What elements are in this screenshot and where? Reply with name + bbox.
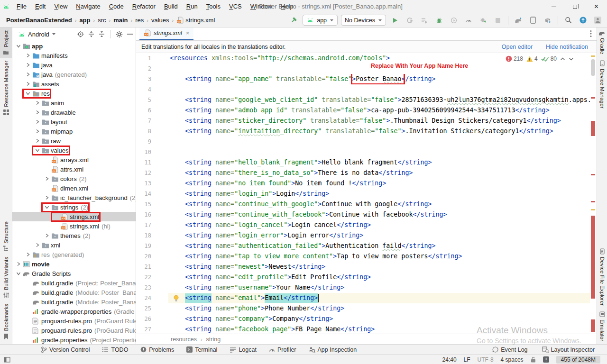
breadcrumb-strings.xml[interactable]: <>strings.xml — [175, 16, 216, 24]
code-line[interactable]: 5 <string name="google_web_client_id" tr… — [136, 95, 590, 105]
code-line-text[interactable]: <string name="google_web_client_id" tran… — [168, 95, 590, 105]
code-line[interactable]: 21 <string name="newest">Newest</string> — [136, 262, 590, 272]
code-line-text[interactable]: <string name="newest">Newest</string> — [168, 262, 590, 272]
tool-window-button-layout-inspector[interactable]: Layout Inspector — [542, 346, 595, 353]
breadcrumb-main[interactable]: main — [112, 16, 129, 24]
code-line-text[interactable] — [168, 136, 590, 147]
error-stripe-mark[interactable] — [591, 201, 595, 202]
tree-item-build-gradle[interactable]: build.gradle(Module: Poster_Banao.ap — [12, 288, 136, 297]
breadcrumb-res[interactable]: res — [134, 16, 145, 24]
intention-bulb-icon[interactable] — [173, 295, 179, 301]
code-line[interactable]: 9 — [136, 136, 590, 147]
code-line[interactable]: 19 <string name="authentication_failed">… — [136, 241, 590, 251]
tool-window-button-profiler[interactable]: Profiler — [269, 346, 296, 353]
tree-item-assets[interactable]: assets — [12, 79, 136, 89]
line-ending-indicator[interactable]: LF — [464, 356, 470, 363]
settings-button[interactable] — [116, 31, 123, 38]
tree-item-app[interactable]: app — [12, 41, 136, 51]
menu-refactor[interactable]: Refactor — [128, 0, 160, 13]
error-stripe-mark[interactable] — [591, 55, 595, 57]
inspections-widget[interactable]: 218 4 80 — [506, 55, 574, 62]
code-line[interactable]: 7 <string name="sticker_directory" trans… — [136, 116, 590, 126]
menu-view[interactable]: View — [50, 0, 72, 13]
code-line[interactable]: 8 <string name="invitaition_directory" t… — [136, 126, 590, 136]
error-stripe-mark[interactable] — [591, 209, 595, 210]
code-line[interactable]: 10 — [136, 147, 590, 157]
code-line-text[interactable] — [168, 147, 590, 157]
gradle-sync-button[interactable] — [513, 15, 524, 26]
error-stripe-mark[interactable] — [591, 216, 595, 299]
tree-item-drawable[interactable]: drawable — [12, 108, 136, 117]
tool-window-switcher-icon[interactable] — [4, 357, 10, 363]
tree-item-strings[interactable]: strings(2) — [12, 202, 136, 212]
tree-item-arrays-xml[interactable]: <>arrays.xml — [12, 155, 136, 164]
code-line[interactable]: 6 <string name="admob_app_id" translatab… — [136, 105, 590, 116]
tree-item-build-gradle[interactable]: build.gradle(Project: Poster_Banao) — [12, 278, 136, 288]
code-line-text[interactable]: <string name="edit_profile">Edit Profile… — [168, 272, 590, 282]
tree-item-colors[interactable]: colors(2) — [12, 174, 136, 183]
tool-window-button-todo[interactable]: TODO — [102, 346, 128, 353]
error-stripe-mark[interactable] — [591, 319, 595, 332]
device-select[interactable]: No Devices — [341, 15, 386, 26]
code-line-text[interactable]: <string name="there_is_no_data_so">There… — [168, 168, 590, 178]
error-stripe-mark[interactable] — [591, 174, 595, 175]
code-line-text[interactable]: <string name="app_name" translatable="fa… — [168, 74, 590, 84]
code-line-text[interactable] — [168, 84, 590, 95]
tree-item-gradle-wrapper-properties[interactable]: gradle-wrapper.properties(Gradle Versi — [12, 307, 136, 316]
tree-item-attrs-xml[interactable]: <>attrs.xml — [12, 164, 136, 174]
tool-stripe-tab-project[interactable]: Project — [0, 27, 12, 58]
minimize-button[interactable] — [543, 0, 564, 13]
code-line[interactable]: 25 <string name="phone">Phone Number</st… — [136, 303, 590, 314]
select-opened-file-button[interactable] — [77, 31, 84, 37]
close-button[interactable]: × — [586, 0, 607, 13]
code-line[interactable]: 23 <string name="username">Your Name</st… — [136, 282, 590, 293]
readonly-lock-icon[interactable] — [531, 356, 536, 363]
code-line-text[interactable]: <string name="tap_to_view_more_content">… — [168, 251, 590, 262]
open-editor-link[interactable]: Open editor — [502, 44, 533, 50]
next-problem-icon[interactable] — [569, 57, 574, 61]
tree-item-strings-xml[interactable]: <>strings.xml — [12, 212, 136, 221]
menu-code[interactable]: Code — [105, 0, 128, 13]
profile-button[interactable] — [463, 15, 474, 26]
tree-item-proguard-rules-pro[interactable]: proguard-rules.pro(ProGuard Rules for — [12, 326, 136, 335]
editor-options-kebab-icon[interactable] — [590, 30, 592, 37]
menu-tools[interactable]: Tools — [202, 0, 225, 13]
notifications-icon[interactable] — [543, 356, 549, 363]
encoding-indicator[interactable]: UTF-8 — [478, 356, 494, 363]
code-line[interactable]: 14 <string name="login_in">Login</string… — [136, 189, 590, 199]
code-line-text[interactable]: <string name="username">Your Name</strin… — [168, 282, 590, 293]
menu-file[interactable]: File — [12, 0, 31, 13]
code-line-text[interactable]: <string name="email">Email</string> — [168, 293, 590, 303]
stop-button[interactable] — [492, 15, 504, 26]
tab-close-icon[interactable]: × — [185, 29, 190, 36]
sdk-manager-button[interactable] — [542, 15, 553, 26]
code-line-text[interactable]: <string name="company">Company</string> — [168, 314, 590, 324]
tree-item-anim[interactable]: anim — [12, 98, 136, 108]
code-line-text[interactable]: <string name="authentication_failed">Aut… — [168, 241, 590, 251]
tree-item-ic-launcher-background[interactable]: ic_launcher_background(2) — [12, 193, 136, 202]
tree-item-gradle-properties[interactable]: gradle.properties(Project Properties) — [12, 335, 136, 344]
tree-item-layout[interactable]: layout — [12, 117, 136, 127]
caret-position[interactable]: 24:40 — [442, 356, 457, 363]
code-line-text[interactable]: <string name="admob_app_id" translatable… — [168, 105, 590, 116]
tool-window-button-event-log[interactable]: Event Log — [492, 346, 527, 353]
attach-debugger-button[interactable] — [478, 15, 489, 26]
tool-window-button-version-control[interactable]: Version Control — [41, 346, 90, 353]
tree-item-proguard-rules-pro[interactable]: proguard-rules.pro(ProGuard Rules for — [12, 316, 136, 326]
collapse-all-button[interactable] — [99, 31, 105, 37]
code-line-text[interactable]: <string name="login_in">Login</string> — [168, 189, 590, 199]
hide-notification-link[interactable]: Hide notification — [546, 44, 588, 50]
code-line[interactable]: 15 <string name="continue_with_google">C… — [136, 199, 590, 209]
tree-item-mipmap[interactable]: mipmap — [12, 127, 136, 136]
breadcrumb-posterbanaoextended[interactable]: PosterBanaoExtended — [5, 16, 74, 24]
menu-vcs[interactable]: VCS — [225, 0, 246, 13]
breadcrumb-app[interactable]: app — [78, 16, 92, 24]
tool-window-button-terminal[interactable]: Terminal — [186, 346, 217, 353]
indent-indicator[interactable]: 4 spaces — [501, 356, 524, 363]
menu-build[interactable]: Build — [160, 0, 182, 13]
tool-stripe-tab-bookmarks[interactable]: Bookmarks — [0, 301, 12, 342]
tree-item-strings-xml[interactable]: <>strings.xml(hi) — [12, 221, 136, 231]
code-line[interactable]: 17 <string name="login_cancel">Login can… — [136, 220, 590, 230]
code-line-text[interactable]: <string name="sticker_directory" transla… — [168, 116, 590, 126]
debug-button[interactable] — [433, 15, 445, 26]
